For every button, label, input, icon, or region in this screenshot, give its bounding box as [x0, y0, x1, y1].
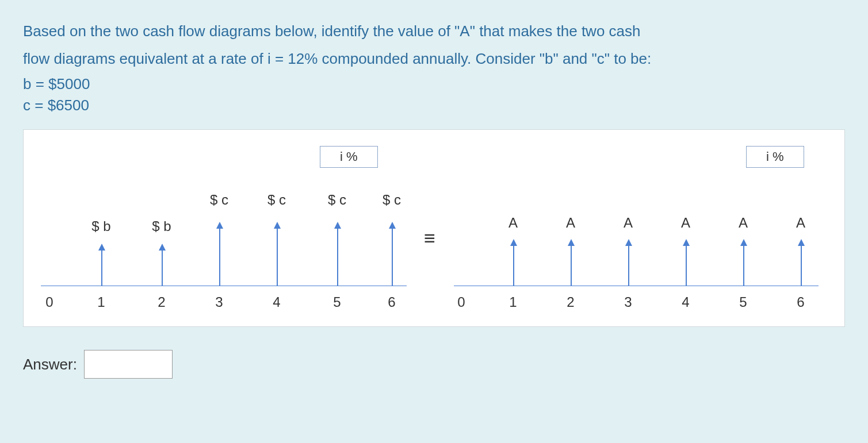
cashflow-label: A: [508, 215, 518, 231]
period-tick: 0: [453, 294, 470, 310]
cashflow-diagram-left: i % 0123456$ b$ b$ c$ c$ c$ c: [24, 146, 418, 318]
period-tick: 1: [93, 294, 110, 310]
cashflow-label: A: [566, 215, 575, 231]
value-b: b = $5000: [23, 75, 845, 93]
period-tick: 5: [735, 294, 752, 310]
page-root: Based on the two cash flow diagrams belo…: [0, 0, 868, 390]
cashflow-label: $ c: [210, 192, 228, 208]
cashflow-diagram-right: i % 0123456AAAAAA: [441, 146, 836, 318]
answer-input[interactable]: [84, 350, 173, 379]
cashflow-arrow: [101, 245, 102, 286]
cashflow-arrow: [277, 223, 278, 286]
period-tick: 2: [153, 294, 170, 310]
cashflow-arrow: [513, 240, 514, 286]
cashflow-arrow: [801, 240, 802, 286]
cashflow-arrow: [392, 223, 393, 286]
period-tick: 6: [792, 294, 809, 310]
equivalence-symbol: ≡: [418, 227, 441, 249]
cashflow-label: A: [624, 215, 633, 231]
answer-row: Answer:: [23, 350, 845, 379]
question-text: Based on the two cash flow diagrams belo…: [23, 21, 713, 70]
cashflow-arrow: [628, 240, 629, 286]
period-tick: 6: [383, 294, 400, 310]
cashflow-label: $ b: [152, 218, 171, 234]
period-tick: 1: [504, 294, 522, 310]
time-axis-right: [454, 286, 819, 286]
cashflow-arrow: [162, 245, 163, 286]
period-tick: 4: [677, 294, 694, 310]
time-axis-left: [41, 286, 407, 286]
period-tick: 4: [268, 294, 285, 310]
question-line-2: flow diagrams equivalent at a rate of i …: [23, 48, 713, 70]
answer-label: Answer:: [23, 356, 77, 373]
cashflow-arrow: [743, 240, 744, 286]
cashflow-arrow: [337, 223, 338, 286]
cashflow-label: $ c: [328, 192, 346, 208]
cashflow-label: $ c: [267, 192, 286, 208]
period-tick: 3: [620, 294, 637, 310]
rate-box-left: i %: [320, 146, 378, 168]
diagram-container: i % 0123456$ b$ b$ c$ c$ c$ c ≡ i % 0123…: [23, 129, 845, 327]
cashflow-arrow: [571, 240, 572, 286]
period-tick: 0: [41, 294, 58, 310]
period-tick: 2: [562, 294, 579, 310]
given-values: b = $5000 c = $6500: [23, 75, 845, 114]
cashflow-label: A: [739, 215, 748, 231]
cashflow-label: A: [681, 215, 690, 231]
cashflow-arrow: [219, 223, 220, 286]
cashflow-label: $ b: [91, 218, 110, 234]
value-c: c = $6500: [23, 97, 845, 114]
period-tick: 5: [328, 294, 346, 310]
question-line-1: Based on the two cash flow diagrams belo…: [23, 21, 713, 43]
cashflow-arrow: [686, 240, 687, 286]
cashflow-label: $ c: [383, 192, 401, 208]
period-tick: 3: [211, 294, 228, 310]
rate-box-right: i %: [746, 146, 804, 168]
cashflow-label: A: [796, 215, 805, 231]
